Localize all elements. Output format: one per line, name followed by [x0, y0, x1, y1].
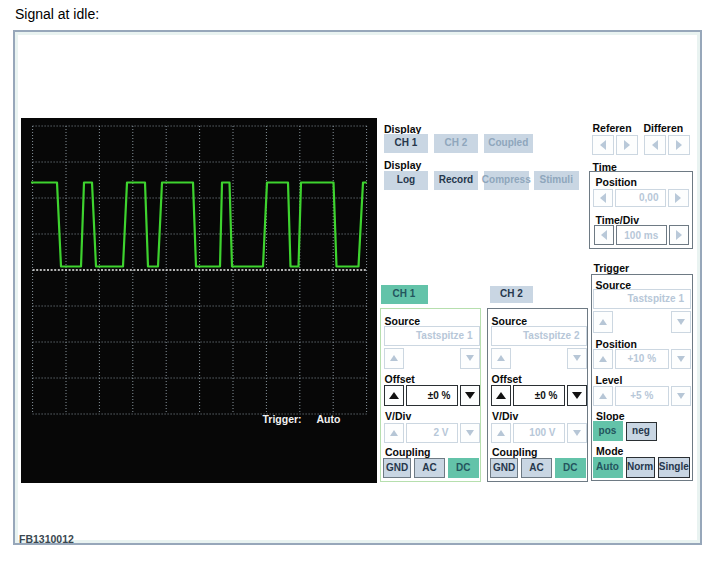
svg-text:Auto: Auto	[317, 413, 341, 425]
svg-text:Trigger:: Trigger:	[263, 413, 302, 425]
